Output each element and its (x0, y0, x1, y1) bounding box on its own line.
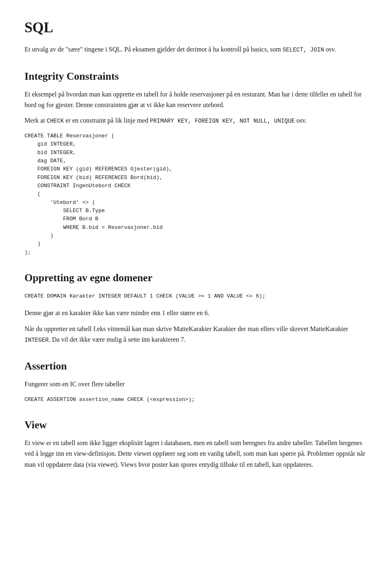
create-domain-code: CREATE DOMAIN Karakter INTEGER DEFAULT 1… (24, 292, 368, 300)
inline-code-check: CHECK (47, 118, 64, 124)
inline-code-integer: INTEGER (24, 337, 49, 343)
integrity-constraints-heading: Integrity Constraints (24, 68, 368, 85)
integrity-para-1: Et eksempel på hvordan man kan opprette … (24, 89, 368, 111)
view-section: View Et view er en tabell som ikke ligge… (24, 417, 368, 470)
oppretting-section: Oppretting av egne domener CREATE DOMAIN… (24, 270, 368, 345)
view-para-1: Et view er en tabell som ikke ligger eks… (24, 438, 368, 470)
integrity-constraints-section: Integrity Constraints Et eksempel på hvo… (24, 68, 368, 257)
inline-code-select-join: SELECT, JOIN (283, 47, 324, 53)
assertion-heading: Assertion (24, 358, 368, 375)
intro-paragraph: Et utvalg av de "sære" tingene i SQL. På… (24, 44, 368, 55)
oppretting-heading: Oppretting av egne domener (24, 270, 368, 287)
page-container: SQL Et utvalg av de "sære" tingene i SQL… (24, 16, 368, 470)
inline-code-primary-key: PRIMARY KEY, FOREIGN KEY, NOT NULL, UNIQ… (150, 118, 295, 124)
assertion-para-1: Fungerer som en IC over flere tabeller (24, 379, 368, 390)
create-table-code: CREATE TABLE Reservasjoner ( gid INTEGER… (24, 132, 368, 257)
oppretting-para-2: Når du oppretter en tabell f.eks vitnemå… (24, 324, 368, 345)
intro-section: Et utvalg av de "sære" tingene i SQL. På… (24, 44, 368, 55)
integrity-para-2: Merk at CHECK er en constraint på lik li… (24, 115, 368, 126)
create-assertion-code: CREATE ASSERTION assertion_name CHECK (<… (24, 396, 368, 404)
assertion-section: Assertion Fungerer som en IC over flere … (24, 358, 368, 404)
oppretting-para-1: Denne gjør at en karakter ikke kan være … (24, 308, 368, 318)
view-heading: View (24, 417, 368, 434)
main-title: SQL (24, 16, 368, 39)
